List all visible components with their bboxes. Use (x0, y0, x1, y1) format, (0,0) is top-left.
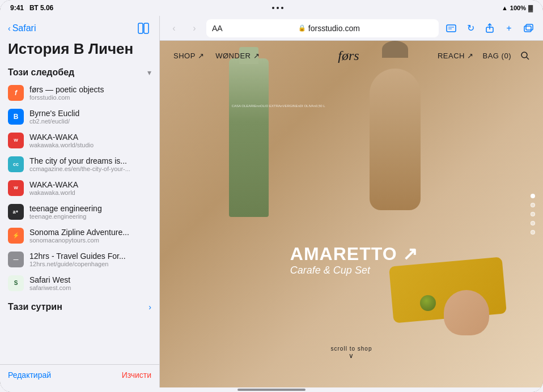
history-item-0[interactable]: f førs — poetic objects forsstudio.com (0, 81, 159, 105)
svg-rect-0 (138, 23, 143, 33)
edit-button[interactable]: Редактирай (8, 370, 51, 380)
svg-line-10 (527, 57, 529, 59)
back-button[interactable]: ‹ (166, 20, 183, 37)
dot1 (272, 7, 274, 9)
sidebar-layout-button[interactable] (135, 20, 151, 36)
url-text: forsstudio.com (308, 24, 360, 33)
address-text: AA 🔒 forsstudio.com (212, 24, 433, 33)
svg-rect-1 (144, 23, 149, 33)
section-this-morning[interactable]: Тази сутрин › (0, 297, 159, 316)
wonder-link[interactable]: WØNDER ↗ (215, 52, 260, 60)
add-button[interactable]: + (500, 19, 518, 37)
favicon-text-0: f (15, 89, 17, 97)
item-title-0: førs — poetic objects (29, 85, 151, 94)
aa-button[interactable]: AA (212, 24, 223, 33)
address-bar[interactable]: AA 🔒 forsstudio.com (206, 19, 439, 37)
lock-icon: 🔒 (298, 24, 306, 32)
item-url-4: wakawaka.world (29, 189, 151, 196)
sidebar-title: История В Личен (0, 39, 159, 63)
item-url-1: cb2.net/euclid/ (29, 118, 151, 125)
item-text-7: 12hrs - Travel Guides For... 12hrs.net/g… (29, 252, 151, 267)
item-text-6: Sonoma Zipline Adventure... sonomacanopy… (29, 228, 151, 244)
share-button[interactable] (481, 19, 499, 37)
scroll-indicator: scroll to shop ∨ (331, 346, 372, 360)
sidebar-nav: ‹ Safari (0, 16, 159, 39)
search-link[interactable] (520, 51, 529, 60)
status-time: 9:41 (10, 4, 24, 12)
hero-title: AMARETTO ↗ (290, 243, 419, 265)
item-text-8: Safari West safariwest.com (29, 275, 151, 291)
favicon-5: a∘ (8, 204, 24, 220)
clear-button[interactable]: Изчисти (122, 370, 151, 380)
site-nav: SHOP ↗ WØNDER ↗ førs REACH ↗ BAG (0) (160, 41, 543, 70)
back-label: Safari (12, 23, 36, 33)
status-bar: 9:41 ВТ 5.06 ▲ 100% ▓ (0, 0, 543, 16)
favicon-text-6: ⚡ (12, 232, 19, 238)
toolbar-actions: ↻ + (442, 19, 537, 37)
favicon-text-1: B (14, 113, 19, 121)
sidebar-scroll[interactable]: Този следобед ▾ f førs — poetic objects … (0, 63, 159, 364)
favicon-3: cc (8, 156, 24, 172)
scroll-text: scroll to shop (331, 346, 372, 352)
home-indicator (0, 387, 543, 392)
favicon-text-4: W (14, 185, 18, 190)
item-title-4: WAKA-WAKA (29, 180, 151, 189)
favicon-text-3: cc (13, 161, 19, 167)
site-nav-center: førs (260, 48, 438, 63)
bag-link[interactable]: BAG (0) (483, 52, 511, 60)
status-bar-left: 9:41 ВТ 5.06 (10, 4, 53, 12)
status-bar-right: ▲ 100% ▓ (502, 5, 533, 11)
reader-icon (446, 23, 456, 33)
favicon-2: W (8, 133, 24, 148)
section-header-today[interactable]: Този следобед ▾ (0, 63, 159, 81)
pagination-dot-5[interactable] (531, 230, 535, 235)
tabs-button[interactable] (519, 19, 537, 37)
site-logo[interactable]: førs (338, 48, 359, 63)
shop-link[interactable]: SHOP ↗ (173, 52, 204, 60)
favicon-4: W (8, 180, 24, 196)
ipad-screen: 9:41 ВТ 5.06 ▲ 100% ▓ ‹ Safari (0, 0, 543, 392)
item-url-5: teenage.engineering (29, 213, 151, 220)
pagination-dot-1[interactable] (531, 194, 535, 198)
history-item-8[interactable]: S Safari West safariwest.com (0, 271, 159, 295)
item-text-3: The city of your dreams is... ccmagazine… (29, 156, 151, 172)
ipad-frame: 9:41 ВТ 5.06 ▲ 100% ▓ ‹ Safari (0, 0, 543, 392)
section-chevron-icon: ▾ (147, 68, 151, 77)
back-to-safari-button[interactable]: ‹ Safari (8, 23, 36, 33)
browser-toolbar: ‹ › AA 🔒 forsstudio.com (160, 16, 543, 41)
main-area: ‹ Safari История В Личен Този следобед (0, 16, 543, 387)
sidebar-footer: Редактирай Изчисти (0, 364, 159, 387)
home-bar (237, 389, 306, 391)
item-title-2: WAKA-WAKA (29, 133, 151, 142)
dot2 (277, 7, 279, 9)
history-item-3[interactable]: cc The city of your dreams is... ccmagaz… (0, 152, 159, 176)
history-item-7[interactable]: — 12hrs - Travel Guides For... 12hrs.net… (0, 248, 159, 271)
browser-panel: ‹ › AA 🔒 forsstudio.com (160, 16, 543, 387)
section-title-morning: Тази сутрин (8, 302, 62, 312)
item-url-8: safariwest.com (29, 284, 151, 291)
reader-button[interactable] (442, 19, 460, 37)
pagination-dot-2[interactable] (531, 203, 535, 207)
reload-button[interactable]: ↻ (461, 19, 480, 37)
history-item-2[interactable]: W WAKA-WAKA wakawaka.world/studio (0, 129, 159, 152)
back-chevron-icon: ‹ (8, 24, 11, 33)
history-item-5[interactable]: a∘ teenage engineering teenage.engineeri… (0, 200, 159, 224)
pagination-dot-3[interactable] (531, 212, 535, 216)
sidebar: ‹ Safari История В Личен Този следобед (0, 16, 160, 387)
item-url-2: wakawaka.world/studio (29, 142, 151, 148)
item-title-8: Safari West (29, 275, 151, 284)
item-url-3: ccmagazine.es/en/the-city-of-your-... (29, 165, 151, 172)
favicon-1: B (8, 109, 24, 125)
favicon-text-7: — (14, 257, 19, 262)
forward-button[interactable]: › (186, 20, 203, 37)
history-item-4[interactable]: W WAKA-WAKA wakawaka.world (0, 176, 159, 200)
reach-link[interactable]: REACH ↗ (438, 52, 474, 60)
favicon-text-2: W (14, 138, 18, 143)
website-content: SHOP ↗ WØNDER ↗ førs REACH ↗ BAG (0) (160, 41, 543, 387)
history-item-6[interactable]: ⚡ Sonoma Zipline Adventure... sonomacano… (0, 224, 159, 248)
history-item-1[interactable]: B Byrne's Euclid cb2.net/euclid/ (0, 105, 159, 129)
pagination-dot-4[interactable] (531, 221, 535, 225)
item-title-1: Byrne's Euclid (29, 109, 151, 118)
item-title-7: 12hrs - Travel Guides For... (29, 252, 151, 261)
status-bar-center (272, 7, 283, 9)
